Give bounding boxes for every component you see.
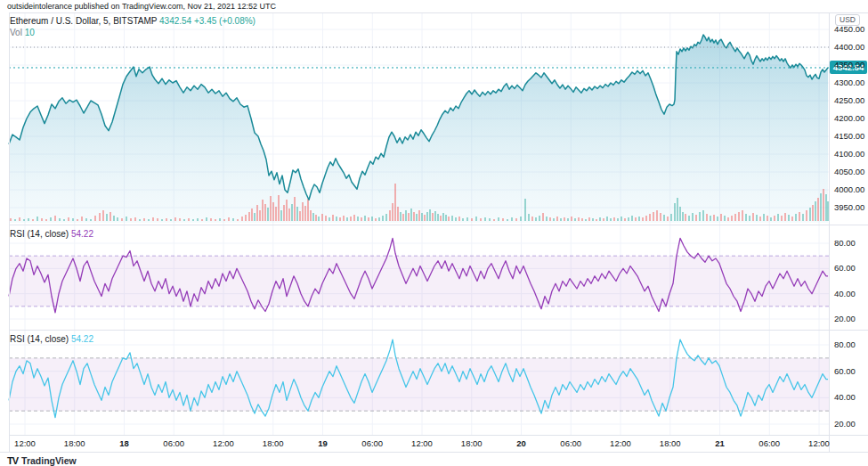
rsi-scale-label: 40.00 — [834, 392, 856, 402]
price-scale-label: 4200.00 — [834, 113, 864, 123]
rsi-label[interactable]: RSI (14, close) — [10, 229, 69, 239]
price-scale[interactable]: USD 4342.54 4450.004400.004350.004300.00… — [829, 12, 868, 452]
price-change: +3.45 — [194, 16, 216, 26]
time-scale-label: 06:00 — [560, 438, 581, 448]
rsi-pane-1[interactable] — [0, 225, 829, 330]
price-scale-label: 4450.00 — [834, 24, 864, 34]
time-scale-label: 18:00 — [660, 438, 681, 448]
volume-label: Vol — [10, 28, 22, 37]
rsi-legend-1[interactable]: RSI (14, close) 54.22 — [10, 229, 93, 239]
time-scale-label: 19 — [318, 438, 328, 448]
price-scale-label: 4050.00 — [834, 167, 864, 176]
symbol-legend[interactable]: Ethereum / U.S. Dollar, 5, BITSTAMP 4342… — [10, 16, 256, 26]
price-scale-label: 4000.00 — [834, 184, 864, 194]
time-scale-label: 12:00 — [14, 438, 36, 448]
symbol-title[interactable]: Ethereum / U.S. Dollar, 5, BITSTAMP — [10, 16, 157, 26]
rsi-scale-label: 80.00 — [834, 339, 856, 349]
rsi-value: 54.22 — [71, 334, 93, 344]
volume-legend[interactable]: Vol 10 — [10, 28, 35, 37]
price-scale-label: 4250.00 — [834, 95, 864, 105]
time-scale-label: 18 — [119, 438, 129, 448]
time-scale-label: 12:00 — [213, 438, 234, 448]
time-scale-label: 21 — [715, 438, 725, 448]
time-scale-label: 06:00 — [758, 438, 780, 448]
rsi-value: 54.22 — [71, 229, 93, 239]
time-scale-label: 18:00 — [461, 438, 483, 448]
rsi-label[interactable]: RSI (14, close) — [10, 334, 69, 344]
price-change-pct: (+0.08%) — [219, 16, 256, 26]
rsi-legend-2[interactable]: RSI (14, close) 54.22 — [10, 334, 93, 344]
price-scale-label: 4350.00 — [834, 60, 864, 69]
attribution-text: outsideintolerance published on TradingV… — [7, 2, 276, 11]
time-scale-label: 12:00 — [610, 438, 631, 448]
volume-value: 10 — [25, 28, 35, 37]
price-scale-label: 3950.00 — [834, 202, 864, 212]
rsi-scale-label: 40.00 — [834, 289, 856, 298]
tradingview-logo-icon[interactable]: TV — [7, 455, 18, 466]
footer: TV TradingView — [7, 454, 77, 466]
rsi-scale-label: 20.00 — [834, 314, 856, 323]
time-scale-label: 20 — [516, 438, 526, 448]
rsi-scale-label: 60.00 — [834, 263, 856, 273]
widget-top-border — [9, 12, 868, 13]
price-scale-label: 4300.00 — [834, 78, 864, 87]
time-scale-label: 18:00 — [263, 438, 284, 448]
rsi-scale-label: 60.00 — [834, 366, 856, 376]
price-scale-label: 4150.00 — [834, 131, 864, 141]
last-price: 4342.54 — [159, 16, 191, 26]
time-scale-label: 06:00 — [163, 438, 184, 448]
price-pane[interactable] — [0, 12, 829, 225]
tradingview-published-chart: outsideintolerance published on TradingV… — [0, 0, 868, 466]
time-scale-label: 18:00 — [64, 438, 85, 448]
price-scale-label: 4400.00 — [834, 42, 864, 52]
tradingview-brand-text[interactable]: TradingView — [21, 455, 77, 466]
time-scale-label: 12:00 — [808, 438, 830, 448]
time-scale-label: 06:00 — [361, 438, 383, 448]
pane-separator[interactable] — [9, 225, 868, 225]
price-scale-label: 4100.00 — [834, 149, 864, 159]
footer-border — [0, 452, 868, 453]
rsi-pane-2[interactable] — [0, 330, 829, 435]
time-scale[interactable]: 12:0018:001806:0012:0018:001906:0012:001… — [0, 435, 868, 452]
time-scale-label: 12:00 — [411, 438, 433, 448]
pane-separator[interactable] — [9, 330, 868, 331]
rsi-scale-label: 80.00 — [834, 238, 856, 248]
rsi-scale-label: 20.00 — [834, 419, 856, 429]
